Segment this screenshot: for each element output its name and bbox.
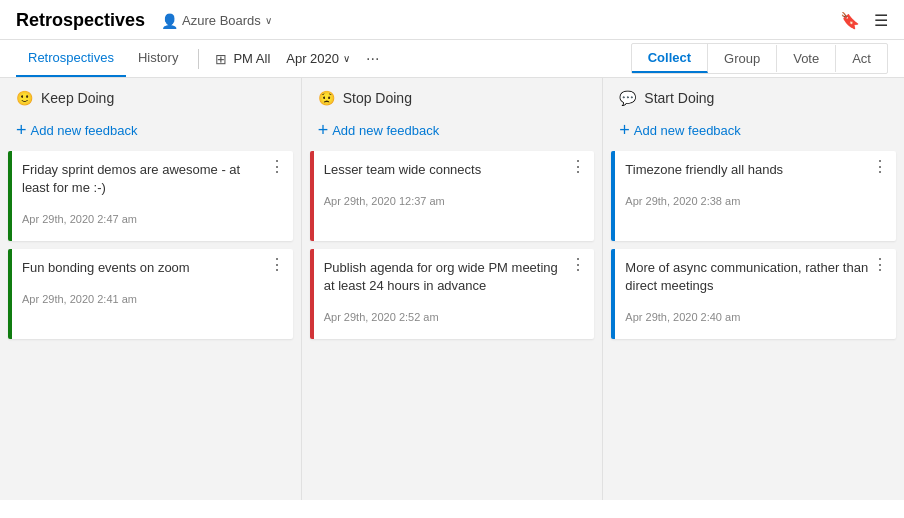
card-text: Friday sprint demos are awesome - at lea… <box>22 161 283 197</box>
stop-doing-icon: 😟 <box>318 90 335 106</box>
card-text: Lesser team wide connects <box>324 161 585 179</box>
top-bar-left: Retrospectives 👤 Azure Boards ∨ <box>16 10 272 31</box>
card-date: Apr 29th, 2020 2:41 am <box>22 293 283 305</box>
card-start-doing-0: ⋮ Timezone friendly all hands Apr 29th, … <box>611 151 896 241</box>
tab-collect[interactable]: Collect <box>632 44 708 73</box>
chevron-down-icon: ∨ <box>265 15 272 26</box>
tab-retrospectives[interactable]: Retrospectives <box>16 40 126 77</box>
chevron-down-icon: ∨ <box>343 53 350 64</box>
board-icon: ⊞ <box>215 51 227 67</box>
plus-icon: + <box>619 120 630 141</box>
add-feedback-label: Add new feedback <box>31 123 138 138</box>
card-date: Apr 29th, 2020 12:37 am <box>324 195 585 207</box>
column-header-start-doing: 💬 Start Doing <box>611 78 896 114</box>
card-start-doing-1: ⋮ More of async communication, rather th… <box>611 249 896 339</box>
board-label: PM All <box>233 51 270 66</box>
card-date: Apr 29th, 2020 2:52 am <box>324 311 585 323</box>
azure-boards-label: Azure Boards <box>182 13 261 28</box>
card-menu-button[interactable]: ⋮ <box>269 257 285 273</box>
more-icon: ··· <box>366 50 379 67</box>
nav-bar: Retrospectives History ⊞ PM All Apr 2020… <box>0 40 904 78</box>
tab-vote[interactable]: Vote <box>777 45 836 72</box>
action-tabs: Collect Group Vote Act <box>631 43 888 74</box>
add-feedback-label: Add new feedback <box>634 123 741 138</box>
card-menu-button[interactable]: ⋮ <box>269 159 285 175</box>
card-keep-doing-0: ⋮ Friday sprint demos are awesome - at l… <box>8 151 293 241</box>
column-keep-doing: 🙂 Keep Doing + Add new feedback ⋮ Friday… <box>0 78 302 500</box>
top-bar-right: 🔖 ☰ <box>840 11 888 30</box>
card-date: Apr 29th, 2020 2:47 am <box>22 213 283 225</box>
card-menu-button[interactable]: ⋮ <box>872 159 888 175</box>
card-text: More of async communication, rather than… <box>625 259 886 295</box>
keep-doing-icon: 🙂 <box>16 90 33 106</box>
column-header-keep-doing: 🙂 Keep Doing <box>8 78 293 114</box>
card-date: Apr 29th, 2020 2:38 am <box>625 195 886 207</box>
plus-icon: + <box>16 120 27 141</box>
board-selector[interactable]: ⊞ PM All <box>207 43 278 75</box>
tab-act[interactable]: Act <box>836 45 887 72</box>
column-title-keep-doing: Keep Doing <box>41 90 114 106</box>
person-icon: 👤 <box>161 13 178 29</box>
app-title: Retrospectives <box>16 10 145 31</box>
bookmark-icon[interactable]: 🔖 <box>840 11 860 30</box>
plus-icon: + <box>318 120 329 141</box>
column-title-stop-doing: Stop Doing <box>343 90 412 106</box>
start-doing-icon: 💬 <box>619 90 636 106</box>
card-text: Fun bonding events on zoom <box>22 259 283 277</box>
card-text: Timezone friendly all hands <box>625 161 886 179</box>
hamburger-icon[interactable]: ☰ <box>874 11 888 30</box>
nav-divider <box>198 49 199 69</box>
add-feedback-start-doing[interactable]: + Add new feedback <box>611 114 896 151</box>
columns-area: 🙂 Keep Doing + Add new feedback ⋮ Friday… <box>0 78 904 500</box>
card-menu-button[interactable]: ⋮ <box>570 257 586 273</box>
card-date: Apr 29th, 2020 2:40 am <box>625 311 886 323</box>
card-menu-button[interactable]: ⋮ <box>570 159 586 175</box>
card-stop-doing-0: ⋮ Lesser team wide connects Apr 29th, 20… <box>310 151 595 241</box>
azure-boards-link[interactable]: 👤 Azure Boards ∨ <box>161 13 272 29</box>
column-title-start-doing: Start Doing <box>644 90 714 106</box>
column-header-stop-doing: 😟 Stop Doing <box>310 78 595 114</box>
card-keep-doing-1: ⋮ Fun bonding events on zoom Apr 29th, 2… <box>8 249 293 339</box>
add-feedback-label: Add new feedback <box>332 123 439 138</box>
month-selector[interactable]: Apr 2020 ∨ <box>278 43 358 74</box>
tab-group[interactable]: Group <box>708 45 777 72</box>
top-bar: Retrospectives 👤 Azure Boards ∨ 🔖 ☰ <box>0 0 904 40</box>
column-stop-doing: 😟 Stop Doing + Add new feedback ⋮ Lesser… <box>302 78 604 500</box>
nav-more-button[interactable]: ··· <box>358 42 387 76</box>
month-label: Apr 2020 <box>286 51 339 66</box>
add-feedback-keep-doing[interactable]: + Add new feedback <box>8 114 293 151</box>
card-menu-button[interactable]: ⋮ <box>872 257 888 273</box>
card-stop-doing-1: ⋮ Publish agenda for org wide PM meeting… <box>310 249 595 339</box>
column-start-doing: 💬 Start Doing + Add new feedback ⋮ Timez… <box>603 78 904 500</box>
add-feedback-stop-doing[interactable]: + Add new feedback <box>310 114 595 151</box>
card-text: Publish agenda for org wide PM meeting a… <box>324 259 585 295</box>
tab-history[interactable]: History <box>126 40 190 77</box>
